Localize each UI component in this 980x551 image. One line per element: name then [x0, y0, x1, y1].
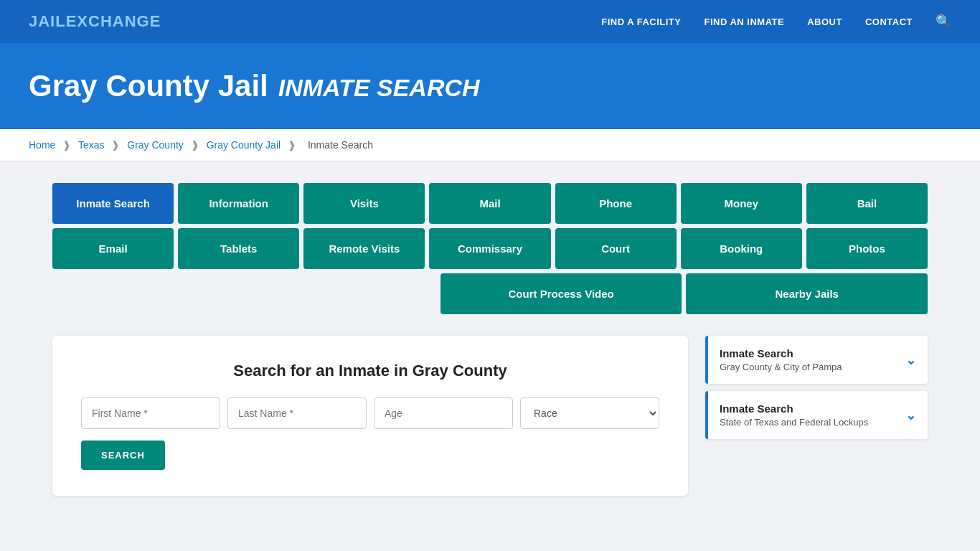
- sidebar-card-2-text: Inmate Search State of Texas and Federal…: [720, 402, 868, 428]
- site-logo[interactable]: JAILEXCHANGE: [29, 12, 161, 31]
- sidebar: Inmate Search Gray County & City of Pamp…: [705, 336, 928, 446]
- nav-about[interactable]: ABOUT: [807, 17, 842, 27]
- tab-bail[interactable]: Bail: [806, 183, 928, 224]
- tab-visits[interactable]: Visits: [303, 183, 425, 224]
- chevron-down-icon-1: ⌄: [905, 352, 916, 368]
- tab-photos[interactable]: Photos: [806, 228, 928, 269]
- breadcrumb: Home ❱ Texas ❱ Gray County ❱ Gray County…: [0, 129, 980, 161]
- tab-commissary[interactable]: Commissary: [429, 228, 550, 269]
- site-header: JAILEXCHANGE FIND A FACILITY FIND AN INM…: [0, 0, 980, 43]
- logo-jail: JAIL: [29, 12, 66, 30]
- nav-find-inmate[interactable]: FIND AN INMATE: [704, 17, 784, 27]
- sidebar-card-1-text: Inmate Search Gray County & City of Pamp…: [720, 347, 842, 372]
- tab-booking[interactable]: Booking: [681, 228, 802, 269]
- main-content: Inmate Search Information Visits Mail Ph…: [24, 161, 956, 517]
- nav-tabs-row3: Court Process Video Nearby Jails: [52, 273, 928, 314]
- sidebar-card-2: Inmate Search State of Texas and Federal…: [705, 391, 928, 439]
- hero-subtitle: INMATE SEARCH: [278, 74, 480, 102]
- chevron-down-icon-2: ⌄: [905, 408, 916, 423]
- hero-title: Gray County Jail: [29, 69, 268, 103]
- breadcrumb-texas[interactable]: Texas: [78, 139, 105, 151]
- tab-email[interactable]: Email: [52, 228, 174, 269]
- tab-tablets[interactable]: Tablets: [178, 228, 299, 269]
- tab-court[interactable]: Court: [555, 228, 677, 269]
- tab-inmate-search[interactable]: Inmate Search: [52, 183, 174, 224]
- sidebar-card-2-subtitle: State of Texas and Federal Lockups: [720, 417, 868, 428]
- sidebar-card-1: Inmate Search Gray County & City of Pamp…: [705, 336, 928, 384]
- content-area: Search for an Inmate in Gray County Race…: [52, 336, 928, 496]
- hero-banner: Gray County Jail INMATE SEARCH: [0, 43, 980, 129]
- tab-court-process-video[interactable]: Court Process Video: [440, 273, 682, 314]
- breadcrumb-current: Inmate Search: [308, 139, 373, 151]
- sidebar-card-1-inner[interactable]: Inmate Search Gray County & City of Pamp…: [708, 336, 928, 384]
- breadcrumb-gray-county-jail[interactable]: Gray County Jail: [207, 139, 281, 151]
- last-name-input[interactable]: [227, 397, 367, 429]
- breadcrumb-home[interactable]: Home: [29, 139, 55, 151]
- tab-mail[interactable]: Mail: [429, 183, 550, 224]
- nav-contact[interactable]: CONTACT: [865, 17, 913, 27]
- search-icon[interactable]: 🔍: [936, 14, 951, 29]
- sidebar-card-2-inner[interactable]: Inmate Search State of Texas and Federal…: [708, 391, 928, 439]
- nav-tabs-row1: Inmate Search Information Visits Mail Ph…: [52, 183, 928, 224]
- nav-find-facility[interactable]: FIND A FACILITY: [601, 17, 681, 27]
- tab-money[interactable]: Money: [681, 183, 802, 224]
- logo-exchange: EXCHANGE: [66, 12, 161, 30]
- tab-nearby-jails[interactable]: Nearby Jails: [686, 273, 928, 314]
- search-title: Search for an Inmate in Gray County: [81, 362, 659, 380]
- sidebar-card-1-subtitle: Gray County & City of Pampa: [720, 362, 842, 372]
- breadcrumb-gray-county[interactable]: Gray County: [127, 139, 184, 151]
- sidebar-card-1-title: Inmate Search: [720, 347, 842, 359]
- search-button[interactable]: SEARCH: [81, 441, 165, 470]
- main-nav: FIND A FACILITY FIND AN INMATE ABOUT CON…: [601, 14, 951, 29]
- search-form-row: Race White Black Hispanic Asian Native A…: [81, 397, 659, 429]
- tab-remote-visits[interactable]: Remote Visits: [303, 228, 425, 269]
- sidebar-card-2-title: Inmate Search: [720, 402, 868, 415]
- first-name-input[interactable]: [81, 397, 220, 429]
- age-input[interactable]: [374, 397, 513, 429]
- nav-tabs-row2: Email Tablets Remote Visits Commissary C…: [52, 228, 928, 269]
- page-title: Gray County Jail INMATE SEARCH: [29, 69, 951, 103]
- tab-information[interactable]: Information: [178, 183, 299, 224]
- search-panel: Search for an Inmate in Gray County Race…: [52, 336, 688, 496]
- tab-phone[interactable]: Phone: [555, 183, 677, 224]
- race-select[interactable]: Race White Black Hispanic Asian Native A…: [520, 397, 659, 429]
